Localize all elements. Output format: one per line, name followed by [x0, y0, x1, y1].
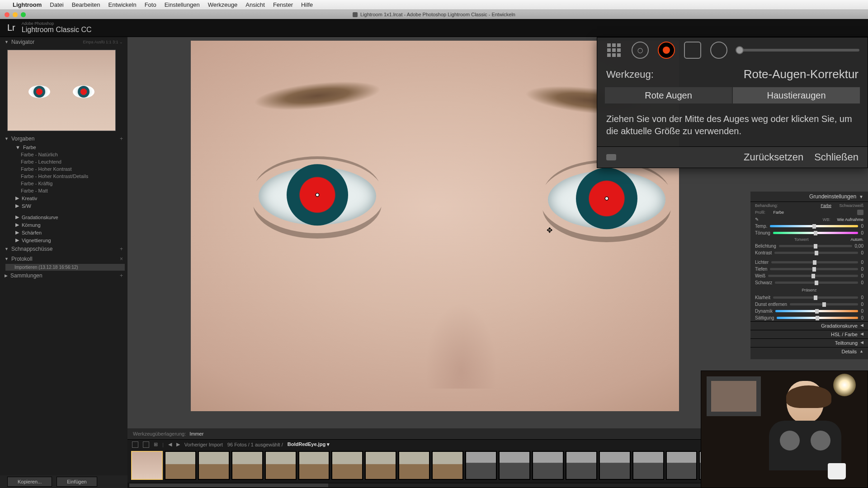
- treatment-color[interactable]: Farbe: [821, 203, 831, 208]
- thumb[interactable]: [365, 451, 396, 480]
- preset-group[interactable]: ▶Vignettierung: [8, 236, 122, 244]
- secondary-display-2-icon[interactable]: [143, 441, 149, 448]
- preset-item[interactable]: Farbe - Kräftig: [8, 180, 122, 187]
- dehaze-slider[interactable]: [790, 303, 858, 305]
- redeye-tool-icon[interactable]: [658, 42, 675, 59]
- filmstrip-filename[interactable]: BoldRedEye.jpg ▾: [288, 441, 330, 447]
- thumb[interactable]: [165, 451, 196, 480]
- add-preset-icon[interactable]: +: [120, 136, 123, 142]
- menu-einstellungen[interactable]: Einstellungen: [165, 1, 200, 8]
- profile-browser-icon[interactable]: [857, 210, 863, 215]
- window-zoom-icon[interactable]: [21, 12, 26, 17]
- menu-fenster[interactable]: Fenster: [273, 1, 293, 8]
- menu-app[interactable]: Lightroom: [13, 1, 42, 8]
- preset-item[interactable]: Farbe - Hoher Kontrast/Details: [8, 173, 122, 180]
- preset-group-farbe[interactable]: ▼Farbe: [8, 144, 122, 151]
- paste-button[interactable]: Einfügen: [57, 477, 97, 487]
- menu-hilfe[interactable]: Hilfe: [301, 1, 313, 8]
- thumb[interactable]: [231, 451, 263, 480]
- preset-item[interactable]: Farbe - Hoher Kontrast: [8, 165, 122, 173]
- thumb[interactable]: [532, 451, 564, 480]
- thumb[interactable]: [432, 451, 463, 480]
- eyedropper-icon[interactable]: ✎: [755, 217, 759, 222]
- tab-haustieraugen[interactable]: Haustieraugen: [732, 87, 860, 104]
- history-entry[interactable]: Importieren (13.12.18 16:56:12): [5, 264, 125, 271]
- thumb[interactable]: [599, 451, 631, 480]
- menu-datei[interactable]: Datei: [50, 1, 63, 8]
- snapshots-header[interactable]: ▼ Schnappschüsse +: [0, 244, 127, 254]
- treatment-bw[interactable]: Schwarzweiß: [839, 203, 863, 208]
- thumb[interactable]: [398, 451, 430, 480]
- menu-foto[interactable]: Foto: [145, 1, 156, 8]
- vibrance-slider[interactable]: [775, 310, 859, 312]
- tab-rote-augen[interactable]: Rote Augen: [604, 87, 732, 104]
- section-splittoning[interactable]: Teiltonung▶: [750, 338, 868, 347]
- add-collection-icon[interactable]: +: [120, 272, 123, 279]
- menu-ansicht[interactable]: Ansicht: [245, 1, 265, 8]
- thumb[interactable]: [499, 451, 530, 480]
- mask-slider[interactable]: [736, 49, 859, 52]
- clarity-slider[interactable]: [773, 296, 859, 299]
- basic-section-header[interactable]: Grundeinstellungen▼: [750, 192, 868, 202]
- presets-header[interactable]: ▼ Vorgaben +: [0, 134, 127, 144]
- crop-tool-icon[interactable]: [605, 42, 623, 59]
- tool-overlay-value[interactable]: Immer: [189, 431, 203, 436]
- temp-slider[interactable]: [770, 225, 858, 227]
- section-hsl[interactable]: HSL / Farbe▶: [750, 330, 868, 338]
- back-icon[interactable]: ◀: [168, 441, 172, 447]
- navigator-thumbnail[interactable]: [7, 50, 116, 131]
- preset-group[interactable]: ▶Gradationskurve: [8, 213, 122, 221]
- thumb[interactable]: [265, 451, 297, 480]
- radial-filter-tool-icon[interactable]: [710, 42, 727, 59]
- preset-group[interactable]: ▶Schärfen: [8, 229, 122, 236]
- filmstrip-path[interactable]: Vorheriger Import: [184, 442, 223, 447]
- thumb[interactable]: [331, 451, 363, 480]
- menu-werkzeuge[interactable]: Werkzeuge: [208, 1, 238, 8]
- grid-view-icon[interactable]: ⊞: [154, 441, 158, 447]
- shadows-slider[interactable]: [770, 268, 858, 270]
- menu-entwickeln[interactable]: Entwickeln: [108, 1, 137, 8]
- tint-slider[interactable]: [773, 232, 859, 234]
- tool-toggle[interactable]: [606, 154, 616, 160]
- forward-icon[interactable]: ▶: [176, 441, 180, 447]
- preset-group[interactable]: ▶S/W: [8, 202, 122, 210]
- thumb[interactable]: [198, 451, 230, 480]
- preset-item[interactable]: Farbe - Leuchtend: [8, 158, 122, 165]
- whites-slider[interactable]: [768, 275, 858, 277]
- preset-item[interactable]: Farbe - Matt: [8, 187, 122, 194]
- highlights-slider[interactable]: [771, 261, 858, 263]
- spot-removal-tool-icon[interactable]: ◯: [632, 42, 649, 59]
- exposure-slider[interactable]: [779, 245, 852, 247]
- section-details[interactable]: Details▼: [750, 347, 868, 356]
- history-header[interactable]: ▼ Protokoll ×: [0, 254, 127, 264]
- clear-history-icon[interactable]: ×: [120, 256, 123, 262]
- profile-value[interactable]: Farbe: [774, 210, 784, 215]
- window-close-icon[interactable]: [5, 12, 9, 17]
- collections-header[interactable]: ▶ Sammlungen +: [0, 271, 127, 281]
- thumb-selected[interactable]: [131, 451, 163, 480]
- section-tonecurve[interactable]: Gradationskurve▶: [750, 321, 868, 330]
- preset-item[interactable]: Farbe - Natürlich: [8, 151, 122, 158]
- secondary-display-icon[interactable]: [132, 441, 138, 448]
- copy-button[interactable]: Kopieren...: [7, 477, 52, 487]
- add-snapshot-icon[interactable]: +: [120, 246, 123, 252]
- reset-button[interactable]: Zurücksetzen: [744, 151, 803, 163]
- thumb[interactable]: [632, 451, 664, 480]
- navigator-zoom-ratios[interactable]: Einpa Ausfü 1:1 3:1 ⌄: [83, 40, 123, 44]
- menu-bearbeiten[interactable]: Bearbeiten: [72, 1, 100, 8]
- thumb[interactable]: [666, 451, 698, 480]
- close-button[interactable]: Schließen: [814, 151, 859, 163]
- thumb[interactable]: [298, 451, 330, 480]
- contrast-slider[interactable]: [774, 252, 858, 254]
- wb-value[interactable]: Wie Aufnahme: [837, 217, 863, 222]
- auto-button[interactable]: Autom.: [850, 237, 863, 242]
- saturation-slider[interactable]: [777, 317, 858, 319]
- graduated-filter-tool-icon[interactable]: [684, 42, 701, 59]
- window-minimize-icon[interactable]: [13, 12, 18, 17]
- preset-group[interactable]: ▶Körnung: [8, 221, 122, 229]
- navigator-header[interactable]: ▼ Navigator Einpa Ausfü 1:1 3:1 ⌄: [0, 37, 127, 47]
- thumb[interactable]: [566, 451, 597, 480]
- thumb[interactable]: [465, 451, 497, 480]
- blacks-slider[interactable]: [775, 282, 858, 284]
- preset-group[interactable]: ▶Kreativ: [8, 194, 122, 202]
